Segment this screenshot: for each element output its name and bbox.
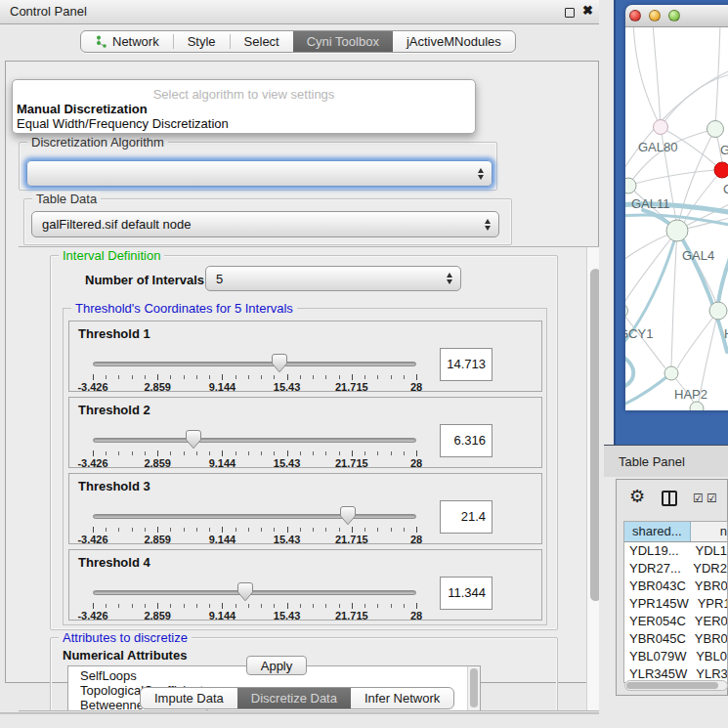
- threshold-slider[interactable]: -3.4262.8599.14415.4321.71528: [93, 321, 416, 393]
- tab-discretize-data[interactable]: Discretize Data: [237, 688, 351, 708]
- threshold-slider[interactable]: -3.4262.8599.14415.4321.71528: [93, 474, 416, 545]
- group-title: Table Data: [32, 192, 101, 206]
- list-scrollbar[interactable]: [467, 666, 480, 711]
- network-node: [707, 121, 724, 138]
- dropdown-option-manual[interactable]: Manual Discretization: [17, 102, 148, 116]
- threshold-value-field[interactable]: 21.4: [440, 500, 492, 534]
- node-label: GAL80: [638, 140, 677, 154]
- num-intervals-combo[interactable]: 5: [205, 266, 461, 291]
- column-header-name[interactable]: n: [691, 522, 727, 541]
- column-header-shared-name[interactable]: shared...: [624, 522, 691, 541]
- node-label: GA: [720, 143, 728, 157]
- network-node: [654, 120, 668, 135]
- tab-label: Discretize Data: [251, 688, 337, 708]
- network-node: [664, 366, 678, 380]
- node-label: GAL11: [631, 196, 670, 211]
- float-window-icon[interactable]: [565, 8, 575, 18]
- stepper-arrows-icon: [485, 219, 491, 231]
- tab-label: Style: [188, 31, 216, 52]
- table-row[interactable]: YDR27...YDR2: [624, 560, 727, 578]
- tab-cyni-toolbox[interactable]: Cyni Toolbox: [293, 31, 393, 52]
- table-panel: ⚙ ☑ ☑ shared... n YDL19...YDL1YDR27...YD…: [616, 479, 728, 696]
- threshold-slider[interactable]: -3.4262.8599.14415.4321.71528: [93, 398, 416, 469]
- combo-value: galFiltered.sif default node: [42, 212, 191, 236]
- slider-thumb[interactable]: [186, 430, 201, 450]
- tab-jactivemnodules[interactable]: jActiveMNodules: [393, 31, 515, 52]
- network-node: [625, 178, 636, 193]
- zoom-traffic-light-icon[interactable]: [668, 10, 680, 21]
- close-traffic-light-icon[interactable]: [629, 10, 641, 21]
- tab-label: Network: [112, 31, 159, 52]
- slider-ticks: [93, 603, 416, 610]
- settings-scroll-viewport: Interval Definition Number of Intervals …: [19, 246, 603, 711]
- slider-tick-labels: -3.4262.8599.14415.4321.71528: [93, 610, 416, 621]
- slider-ticks: [93, 450, 416, 457]
- algorithm-combo[interactable]: [26, 160, 492, 187]
- table-row[interactable]: YPR145WYPR1: [624, 595, 727, 613]
- panel-title: Control Panel: [10, 4, 87, 19]
- apply-button[interactable]: Apply: [246, 656, 307, 675]
- thresholds-group: Threshold's Coordinates for 5 Intervals …: [63, 308, 547, 625]
- table-row[interactable]: YDL19...YDL1: [624, 542, 727, 560]
- slider-thumb[interactable]: [237, 582, 253, 602]
- stepper-arrows-icon: [447, 273, 452, 284]
- table-body: YDL19...YDL1YDR27...YDR2YBR043CYBR0YPR14…: [624, 542, 727, 683]
- slider-tick-labels: -3.4262.8599.14415.4321.71528: [93, 381, 416, 393]
- slider-track[interactable]: [93, 362, 416, 366]
- network-window-titlebar[interactable]: [625, 5, 728, 27]
- table-row[interactable]: YBL079WYBL0: [624, 648, 727, 665]
- group-title: Attributes to discretize: [59, 630, 192, 645]
- tab-infer-network[interactable]: Infer Network: [351, 688, 453, 708]
- tab-impute-data[interactable]: Impute Data: [141, 688, 237, 708]
- table-row[interactable]: YER054CYER0: [624, 613, 727, 630]
- slider-track[interactable]: [93, 438, 416, 443]
- tab-select[interactable]: Select: [231, 31, 293, 52]
- node-label: GCY1: [625, 326, 653, 341]
- network-view-window: GAL80 GA C GAL11 GAL4 GCY1 H HAP2: [625, 5, 728, 410]
- slider-thumb[interactable]: [340, 506, 356, 526]
- interval-definition-group: Interval Definition Number of Intervals …: [50, 255, 558, 630]
- slider-ticks: [93, 527, 416, 534]
- slider-tick-labels: -3.4262.8599.14415.4321.71528: [93, 457, 416, 469]
- table-scrollbar-thumb[interactable]: [626, 682, 718, 689]
- network-nodes[interactable]: [625, 120, 728, 411]
- network-node: [625, 304, 628, 319]
- tab-label: Impute Data: [154, 688, 224, 708]
- app-root: Control Panel ✖ Network Style Select Cyn…: [0, 0, 728, 728]
- table-data-combo[interactable]: galFiltered.sif default node: [31, 211, 499, 237]
- checkbox-icon[interactable]: ☑: [693, 492, 704, 505]
- network-node: [666, 220, 688, 241]
- threshold-value-field[interactable]: 11.344: [440, 577, 492, 610]
- threshold-value-field[interactable]: 6.316: [440, 424, 492, 457]
- cyni-toolbox-panel: Discretization Algorithm Table Data galF…: [5, 61, 599, 683]
- dropdown-option-equal-width[interactable]: Equal Width/Frequency Discretization: [17, 116, 229, 131]
- columns-icon[interactable]: [662, 491, 677, 506]
- table-horizontal-scrollbar[interactable]: [624, 680, 728, 691]
- table-row[interactable]: YBR045CYBR0: [624, 630, 727, 648]
- group-title: Interval Definition: [59, 248, 164, 263]
- threshold-panel: Threshold 4 -3.4262.8599.14415.4321.7152…: [68, 549, 542, 621]
- slider-ticks: [93, 374, 416, 381]
- threshold-slider[interactable]: -3.4262.8599.14415.4321.71528: [93, 550, 416, 621]
- top-tab-bar: Network Style Select Cyni Toolbox jActiv…: [80, 30, 516, 53]
- gear-icon[interactable]: ⚙: [629, 488, 645, 505]
- table-row[interactable]: YBR043CYBR0: [624, 578, 727, 595]
- network-node-labels: GAL80 GA C GAL11 GAL4 GCY1 H HAP2: [625, 140, 728, 402]
- threshold-value-field[interactable]: 14.713: [440, 348, 492, 381]
- node-table: shared... n YDL19...YDL1YDR27...YDR2YBR0…: [623, 521, 728, 683]
- list-scrollbar-thumb[interactable]: [470, 668, 478, 707]
- close-icon[interactable]: ✖: [582, 3, 593, 18]
- checkbox-icon[interactable]: ☑: [707, 492, 717, 505]
- tab-style[interactable]: Style: [174, 31, 230, 52]
- network-node: [690, 402, 704, 410]
- stepper-arrows-icon: [478, 168, 484, 180]
- tab-network[interactable]: Network: [81, 31, 173, 52]
- slider-track[interactable]: [93, 590, 416, 595]
- threshold-panel: Threshold 2 -3.4262.8599.14415.4321.7152…: [68, 397, 542, 468]
- minimize-traffic-light-icon[interactable]: [649, 10, 661, 21]
- slider-track[interactable]: [93, 514, 416, 519]
- network-canvas[interactable]: GAL80 GA C GAL11 GAL4 GCY1 H HAP2: [625, 27, 728, 410]
- slider-thumb[interactable]: [272, 354, 287, 373]
- group-title: Discretization Algorithm: [27, 135, 168, 150]
- network-icon: [95, 35, 107, 48]
